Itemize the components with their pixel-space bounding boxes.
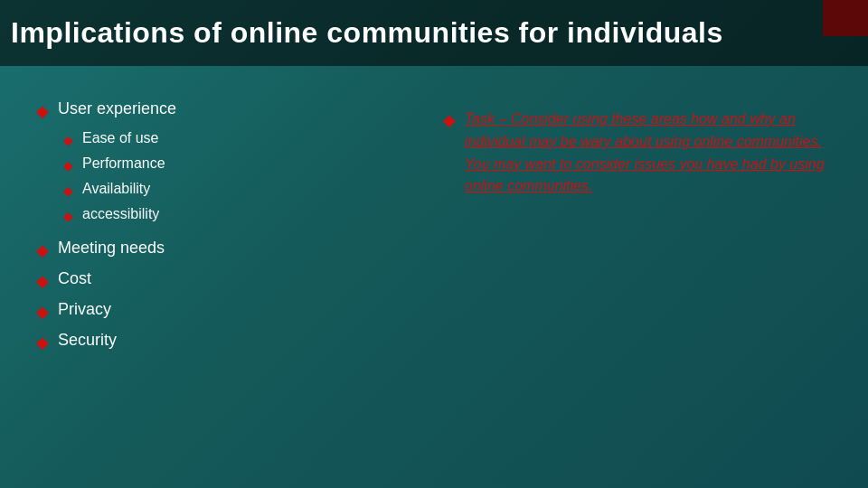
slide-title: Implications of online communities for i… xyxy=(11,16,846,50)
diamond-icon-cost: ◆ xyxy=(36,271,49,291)
sub-bullet-performance: ◆ Performance xyxy=(63,155,425,173)
diamond-icon-privacy: ◆ xyxy=(36,302,49,322)
diamond-icon-meeting: ◆ xyxy=(36,240,49,260)
diamond-icon-performance: ◆ xyxy=(63,158,73,173)
diamond-icon-user-exp: ◆ xyxy=(36,101,49,121)
left-column: ◆ User experience ◆ Ease of use ◆ Perfor… xyxy=(36,99,425,470)
sub-bullet-availability: ◆ Availability xyxy=(63,181,425,198)
sub-bullet-ease: ◆ Ease of use xyxy=(63,130,425,147)
content-area: ◆ User experience ◆ Ease of use ◆ Perfor… xyxy=(0,81,868,488)
accessibility-label: accessibility xyxy=(82,206,159,222)
task-bullet: ◆ Task – Consider using these areas how … xyxy=(443,108,832,198)
user-experience-label: User experience xyxy=(58,99,176,118)
bullet-user-experience: ◆ User experience xyxy=(36,99,425,121)
performance-label: Performance xyxy=(82,155,165,172)
diamond-icon-ease: ◆ xyxy=(63,133,73,147)
right-column: ◆ Task – Consider using these areas how … xyxy=(425,99,832,470)
sub-bullet-accessibility: ◆ accessibility xyxy=(63,206,425,223)
ease-label: Ease of use xyxy=(82,130,159,146)
diamond-icon-accessibility: ◆ xyxy=(63,209,73,223)
privacy-label: Privacy xyxy=(58,300,111,319)
diamond-icon-availability: ◆ xyxy=(63,183,73,198)
cost-label: Cost xyxy=(58,269,91,288)
meeting-needs-label: Meeting needs xyxy=(58,239,165,258)
task-text: Task – Consider using these areas how an… xyxy=(465,108,832,198)
title-bar: Implications of online communities for i… xyxy=(0,0,868,66)
bullet-privacy: ◆ Privacy xyxy=(36,300,425,322)
diamond-icon-task: ◆ xyxy=(443,110,456,130)
diamond-icon-security: ◆ xyxy=(36,333,49,352)
bullet-meeting-needs: ◆ Meeting needs xyxy=(36,239,425,260)
availability-label: Availability xyxy=(82,181,150,197)
bullet-security: ◆ Security xyxy=(36,331,425,352)
slide: Implications of online communities for i… xyxy=(0,0,868,488)
security-label: Security xyxy=(58,331,117,350)
bullet-cost: ◆ Cost xyxy=(36,269,425,291)
